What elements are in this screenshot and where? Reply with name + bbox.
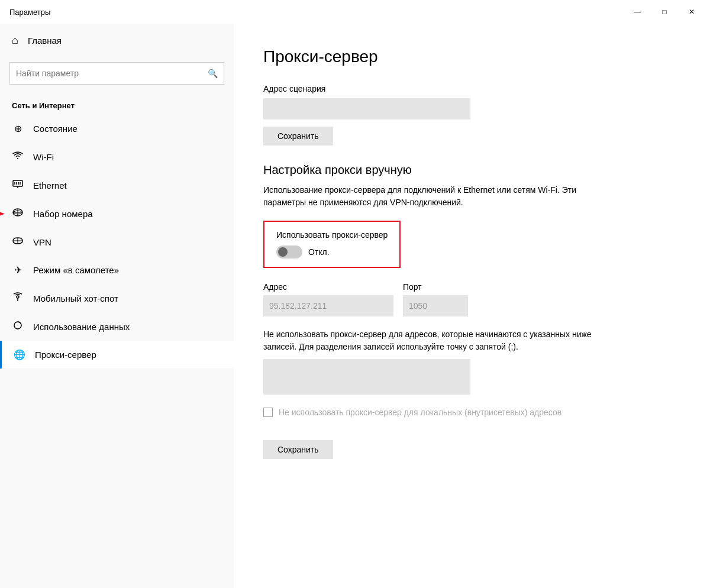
sidebar-item-label: Режим «в самолете» — [33, 265, 119, 275]
toggle-row: Откл. — [276, 245, 388, 259]
titlebar: Параметры — □ ✕ — [0, 0, 710, 24]
search-icon: 🔍 — [208, 69, 218, 78]
sidebar-section-title: Сеть и Интернет — [0, 94, 234, 115]
sidebar-item-hotspot[interactable]: Мобильный хот-спот — [0, 284, 234, 312]
port-label: Порт — [403, 282, 468, 292]
sidebar-item-label: Использование данных — [33, 322, 130, 332]
sidebar-item-airplane[interactable]: ✈ Режим «в самолете» — [0, 256, 234, 284]
exclude-textarea[interactable] — [263, 359, 470, 395]
sidebar-item-vpn[interactable]: VPN — [0, 228, 234, 256]
status-icon: ⊕ — [12, 123, 24, 134]
minimize-button[interactable]: — — [624, 2, 651, 21]
airplane-icon: ✈ — [12, 264, 24, 276]
auto-proxy-section: Адрес сценария Сохранить — [263, 84, 680, 146]
sidebar-item-label: VPN — [33, 237, 51, 247]
home-icon: ⌂ — [12, 34, 18, 47]
svg-point-13 — [17, 296, 19, 298]
address-input[interactable] — [263, 295, 393, 316]
checkbox-row: Не использовать прокси-сервер для локаль… — [263, 406, 680, 419]
sidebar-item-status[interactable]: ⊕ Состояние — [0, 115, 234, 143]
sidebar-item-dialup[interactable]: Набор номера 4 — [0, 199, 234, 228]
manual-proxy-section: Настройка прокси вручную Использование п… — [263, 163, 680, 459]
data-usage-icon — [12, 321, 24, 332]
wifi-icon — [12, 151, 24, 163]
maximize-button[interactable]: □ — [651, 2, 678, 21]
toggle-status: Откл. — [308, 247, 330, 257]
sidebar-item-label: Ethernet — [33, 180, 67, 190]
proxy-toggle-box: Использовать прокси-сервер Откл. — [263, 221, 401, 268]
sidebar-item-ethernet[interactable]: Ethernet — [0, 171, 234, 199]
exclude-description: Не использовать прокси-сервер для адресо… — [263, 328, 618, 353]
search-input[interactable] — [16, 69, 208, 78]
port-group: Порт — [403, 282, 468, 316]
search-box[interactable]: 🔍 — [9, 62, 224, 85]
vpn-icon — [12, 236, 24, 248]
annotation-arrow — [0, 205, 8, 222]
sidebar-item-label: Wi-Fi — [33, 152, 54, 162]
sidebar-item-wifi[interactable]: Wi-Fi — [0, 143, 234, 171]
page-title: Прокси-сервер — [263, 47, 680, 66]
window-title: Параметры — [9, 8, 50, 17]
scenario-address-label: Адрес сценария — [263, 84, 680, 93]
dialup-icon — [12, 208, 24, 219]
ethernet-icon — [12, 179, 24, 191]
scenario-address-input[interactable] — [263, 98, 470, 119]
settings-window: Параметры — □ ✕ ⌂ Главная 🔍 Сеть и Интер… — [0, 0, 710, 588]
main-content: ⌂ Главная 🔍 Сеть и Интернет ⊕ Состояние — [0, 24, 710, 588]
sidebar-item-label: Набор номера — [33, 209, 93, 219]
sidebar-item-home[interactable]: ⌂ Главная — [0, 24, 234, 57]
sidebar-item-data-usage[interactable]: Использование данных — [0, 312, 234, 341]
home-label: Главная — [28, 35, 62, 46]
use-proxy-label: Использовать прокси-сервер — [276, 230, 388, 240]
address-port-row: Адрес Порт — [263, 282, 680, 316]
address-label: Адрес — [263, 282, 393, 292]
proxy-toggle[interactable] — [276, 245, 302, 259]
manual-description: Использование прокси-сервера для подключ… — [263, 184, 618, 209]
local-proxy-checkbox[interactable] — [263, 408, 273, 417]
hotspot-icon — [12, 292, 24, 304]
sidebar-item-label: Мобильный хот-спот — [33, 293, 118, 303]
manual-section-title: Настройка прокси вручную — [263, 163, 680, 177]
sidebar-item-proxy[interactable]: 🌐 Прокси-сервер — [0, 341, 234, 369]
main-panel: Прокси-сервер Адрес сценария Сохранить Н… — [234, 24, 710, 588]
address-group: Адрес — [263, 282, 393, 316]
port-input[interactable] — [403, 295, 468, 316]
checkbox-label: Не использовать прокси-сервер для локаль… — [279, 406, 561, 419]
save-button-2[interactable]: Сохранить — [263, 440, 333, 459]
window-controls: — □ ✕ — [624, 2, 705, 21]
sidebar-item-label: Прокси-сервер — [35, 350, 96, 360]
close-button[interactable]: ✕ — [678, 2, 705, 21]
sidebar-item-label: Состояние — [33, 124, 78, 134]
save-button-1[interactable]: Сохранить — [263, 127, 333, 146]
sidebar: ⌂ Главная 🔍 Сеть и Интернет ⊕ Состояние — [0, 24, 234, 588]
proxy-icon: 🌐 — [14, 349, 25, 360]
